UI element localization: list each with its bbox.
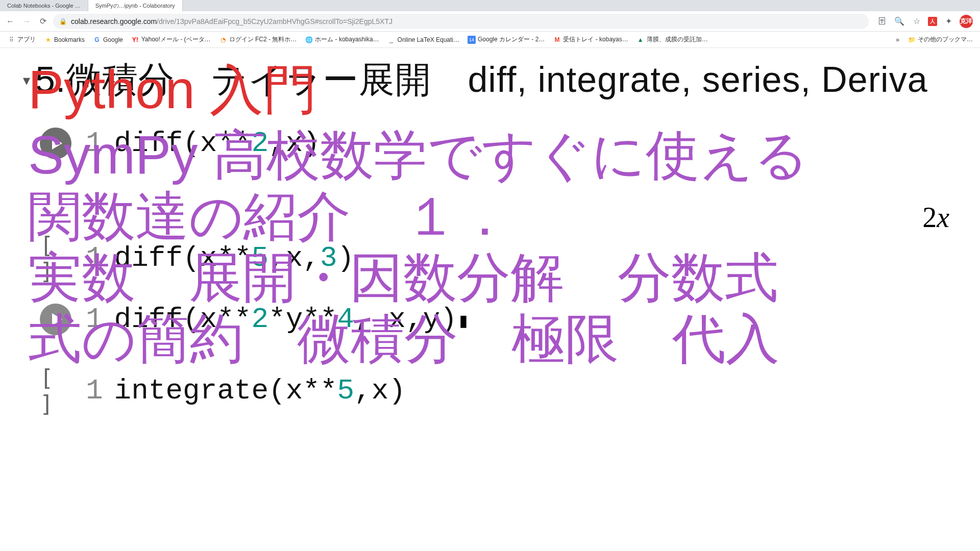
other-bookmarks[interactable]: 📁その他のブックマ… <box>904 33 976 46</box>
output-math: 2x <box>922 201 949 234</box>
bookmark-item[interactable]: M受信トレイ - kobayas… <box>550 33 631 46</box>
site-icon: ▲ <box>636 36 645 44</box>
lock-icon: 🔒 <box>59 18 67 25</box>
line-number: 1 <box>86 374 103 407</box>
back-icon[interactable]: ← <box>4 15 16 28</box>
star-icon[interactable]: ☆ <box>911 15 923 28</box>
bookmark-item[interactable]: ⎯Online LaTeX Equati… <box>384 34 462 46</box>
line-number: 1 <box>86 242 103 274</box>
bookmark-item[interactable]: ◔ログイン FC2 - 無料ホ… <box>216 33 300 46</box>
cursor-icon: ▮ <box>457 310 470 333</box>
bookmark-item[interactable]: ▲薄膜、成膜の受託加… <box>633 33 711 46</box>
google-icon: G <box>93 36 101 44</box>
run-button[interactable] <box>40 128 71 159</box>
apps-icon: ⠿ <box>7 36 15 44</box>
code-text[interactable]: diff(x**2*y**4, x,y)▮ <box>114 303 470 336</box>
bookmarks-bar: ⠿アプリ ★Bookmarks GGoogle Y!Yahoo!メール - (ベ… <box>0 32 980 48</box>
bookmark-label: Online LaTeX Equati… <box>398 36 459 43</box>
apps-label: アプリ <box>17 35 36 44</box>
url-path: /drive/13pvPa8AdEaiFpcg_b5CzyU2ambHVhgGS… <box>157 17 393 26</box>
content-area: ▾ 5.微積分 テイラー展開 diff, integrate, series, … <box>0 48 980 551</box>
bookmark-item[interactable]: GGoogle <box>90 34 126 46</box>
cell-prompt[interactable]: [ ] <box>40 375 71 407</box>
code-text[interactable]: diff(x**2,x) <box>114 127 320 160</box>
cell-output: 2x <box>40 201 980 234</box>
bookmark-item[interactable]: ★Bookmarks <box>41 34 88 46</box>
star-icon: ★ <box>44 36 52 44</box>
bookmark-label: 受信トレイ - kobayas… <box>563 35 628 44</box>
calendar-icon: 14 <box>468 36 476 44</box>
tab-strip: Colab Notebooks - Google … SymPyの…ipynb … <box>0 0 980 11</box>
bookmark-label: 薄膜、成膜の受託加… <box>647 35 708 44</box>
run-button[interactable] <box>40 304 71 335</box>
code-cell[interactable]: [ ] 1 diff(x**5,x,3) <box>40 242 980 274</box>
avatar[interactable]: 克洋 <box>960 15 973 28</box>
translate-icon[interactable]: 🈂 <box>876 15 888 28</box>
code-cell[interactable]: 1 diff(x**2,x) <box>40 127 980 181</box>
zoom-icon[interactable]: 🔍 <box>893 15 905 28</box>
play-icon <box>52 313 62 325</box>
nav-bar: ← → ⟳ 🔒 colab.research.google.com/drive/… <box>0 11 980 32</box>
tab-2[interactable]: SymPyの…ipynb - Colaboratory <box>88 0 183 11</box>
bookmark-label: Bookmarks <box>54 36 85 43</box>
latex-icon: ⎯ <box>387 36 396 44</box>
code-text[interactable]: diff(x**5,x,3) <box>114 242 355 274</box>
bookmark-item[interactable]: 14Google カレンダー - 2… <box>464 33 548 46</box>
heading-text: 5.微積分 テイラー展開 diff, integrate, series, De… <box>35 56 928 104</box>
url-host: colab.research.google.com <box>71 17 157 26</box>
globe-icon: 🌐 <box>305 36 313 44</box>
other-bookmarks-label: その他のブックマ… <box>918 35 973 44</box>
line-number: 1 <box>86 303 103 336</box>
tab-label: Colab Notebooks - Google … <box>7 3 81 9</box>
extensions-icon[interactable]: ✦ <box>942 15 954 28</box>
pdf-extension-icon[interactable]: 人 <box>928 17 937 26</box>
code-cell[interactable]: [ ] 1 integrate(x**5,x) <box>40 374 980 407</box>
section-heading: ▾ 5.微積分 テイラー展開 diff, integrate, series, … <box>23 56 928 104</box>
forward-icon[interactable]: → <box>20 15 33 28</box>
bookmark-label: Yahoo!メール - (ベータ… <box>141 35 211 44</box>
play-icon <box>52 137 62 149</box>
apps-button[interactable]: ⠿アプリ <box>4 33 39 46</box>
line-number: 1 <box>86 127 103 160</box>
code-text[interactable]: integrate(x**5,x) <box>114 374 406 407</box>
code-cell[interactable]: 1 diff(x**2*y**4, x,y)▮ <box>40 303 980 357</box>
bookmark-item[interactable]: 🌐ホーム - kobayashika… <box>302 33 382 46</box>
cell-prompt[interactable]: [ ] <box>40 242 71 274</box>
bookmark-label: ログイン FC2 - 無料ホ… <box>229 35 297 44</box>
tab-label: SymPyの…ipynb - Colaboratory <box>95 2 175 10</box>
bookmark-label: ホーム - kobayashika… <box>315 35 379 44</box>
collapse-icon[interactable]: ▾ <box>23 72 30 89</box>
bookmarks-more[interactable]: » <box>893 34 902 45</box>
yahoo-icon: Y! <box>131 36 139 44</box>
tab-1[interactable]: Colab Notebooks - Google … <box>0 0 88 11</box>
gmail-icon: M <box>553 36 561 44</box>
bookmark-label: Google <box>103 36 123 43</box>
bookmark-label: Google カレンダー - 2… <box>478 35 545 44</box>
folder-icon: 📁 <box>908 36 916 44</box>
reload-icon[interactable]: ⟳ <box>37 15 49 28</box>
bookmark-item[interactable]: Y!Yahoo!メール - (ベータ… <box>128 33 214 46</box>
url-bar[interactable]: 🔒 colab.research.google.com/drive/13pvPa… <box>53 14 869 29</box>
fc2-icon: ◔ <box>219 36 227 44</box>
